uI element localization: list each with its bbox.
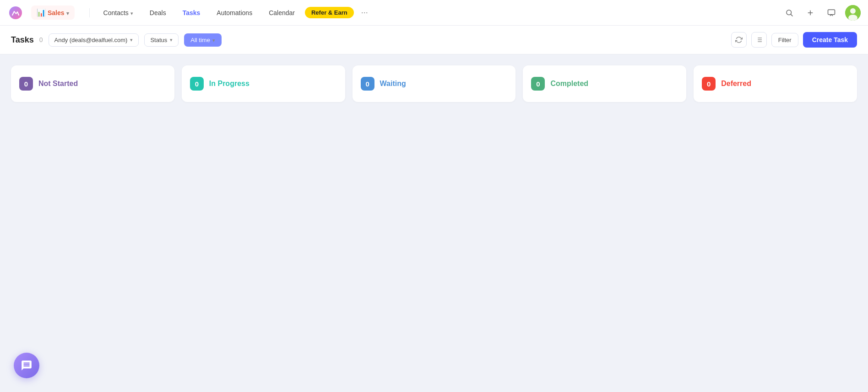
status-filter-dropdown[interactable]: Status xyxy=(144,33,179,47)
status-label-not-started: Not Started xyxy=(38,80,78,88)
nav-deals[interactable]: Deals xyxy=(143,6,173,19)
kanban-col-in-progress: 0In Progress xyxy=(182,65,345,102)
kanban-col-waiting: 0Waiting xyxy=(353,65,516,102)
user-filter-chevron-icon xyxy=(130,37,133,43)
kanban-board: 0Not Started0In Progress0Waiting0Complet… xyxy=(11,65,857,102)
page-title: Tasks xyxy=(11,35,34,45)
time-filter-dropdown[interactable]: All time xyxy=(184,33,222,47)
kanban-col-not-started: 0Not Started xyxy=(11,65,174,102)
nav-automations[interactable]: Automations xyxy=(210,6,259,19)
status-badge-deferred: 0 xyxy=(702,77,716,91)
logo[interactable] xyxy=(7,5,24,21)
task-count: 0 xyxy=(39,36,43,43)
time-filter-chevron-icon xyxy=(212,37,215,43)
sales-label: Sales xyxy=(48,9,65,16)
status-label-waiting: Waiting xyxy=(380,80,406,88)
status-badge-not-started: 0 xyxy=(19,77,33,91)
create-task-button[interactable]: Create Task xyxy=(803,32,857,48)
kanban-col-completed: 0Completed xyxy=(523,65,686,102)
chart-icon: 📊 xyxy=(37,8,46,17)
svg-point-7 xyxy=(850,8,856,14)
header-right-actions: Filter Create Task xyxy=(731,32,857,48)
nav-divider xyxy=(89,8,90,17)
nav-tasks[interactable]: Tasks xyxy=(176,6,207,19)
status-badge-waiting: 0 xyxy=(361,77,374,91)
refer-earn-button[interactable]: Refer & Earn xyxy=(305,7,354,18)
status-label-deferred: Deferred xyxy=(721,80,751,88)
sales-dropdown[interactable]: 📊 Sales xyxy=(31,5,75,20)
svg-point-1 xyxy=(787,10,792,15)
chat-fab-button[interactable] xyxy=(14,353,39,378)
contacts-chevron-icon xyxy=(130,9,133,16)
refresh-button[interactable] xyxy=(731,32,747,48)
status-label-in-progress: In Progress xyxy=(209,80,250,88)
add-button[interactable] xyxy=(803,5,818,20)
search-button[interactable] xyxy=(782,5,797,20)
nav-contacts[interactable]: Contacts xyxy=(97,6,140,19)
page-header: Tasks 0 Andy (deals@dealfuel.com) Status… xyxy=(0,26,868,54)
top-navigation: 📊 Sales Contacts Deals Tasks Automations… xyxy=(0,0,868,26)
status-filter-chevron-icon xyxy=(170,37,173,43)
status-badge-completed: 0 xyxy=(531,77,545,91)
status-label-completed: Completed xyxy=(550,80,588,88)
nav-right-actions xyxy=(782,5,861,21)
svg-line-2 xyxy=(791,14,792,16)
kanban-col-deferred: 0Deferred xyxy=(694,65,857,102)
filter-button[interactable]: Filter xyxy=(771,33,798,47)
nav-calendar[interactable]: Calendar xyxy=(262,6,301,19)
user-filter-dropdown[interactable]: Andy (deals@dealfuel.com) xyxy=(49,33,139,47)
user-avatar[interactable] xyxy=(845,5,861,21)
more-menu-button[interactable]: ··· xyxy=(358,6,372,19)
sales-chevron-icon xyxy=(66,9,69,16)
main-content: 0Not Started0In Progress0Waiting0Complet… xyxy=(0,54,868,392)
list-view-button[interactable] xyxy=(751,32,767,48)
status-badge-in-progress: 0 xyxy=(190,77,204,91)
notifications-button[interactable] xyxy=(824,5,839,20)
svg-rect-5 xyxy=(828,10,835,15)
